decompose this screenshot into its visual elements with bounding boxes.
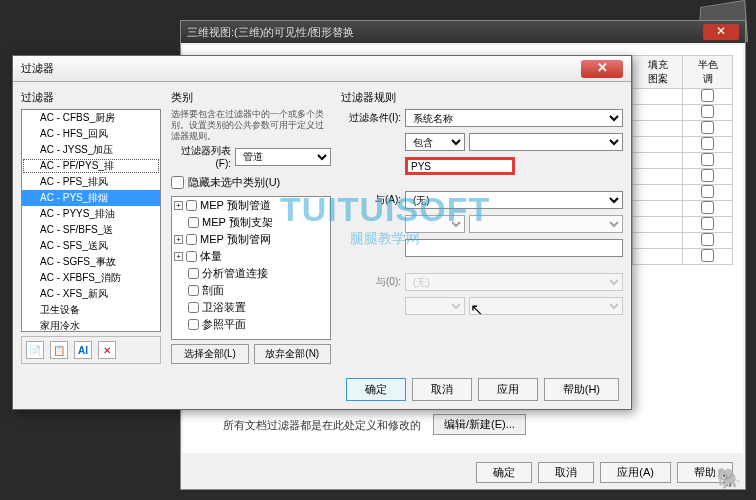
cancel-button[interactable]: 取消 bbox=[412, 378, 472, 401]
expander-icon[interactable]: + bbox=[174, 235, 183, 244]
category-checkbox[interactable] bbox=[186, 200, 197, 211]
category-tree-item[interactable]: +体量 bbox=[172, 248, 330, 265]
category-tree-item[interactable]: +MEP 预制管道 bbox=[172, 197, 330, 214]
category-tree-item[interactable]: 参照平面 bbox=[172, 316, 330, 333]
parent-close-icon[interactable]: ✕ bbox=[703, 24, 739, 40]
categories-label: 类别 bbox=[171, 90, 331, 105]
filter-list-label: 过滤器列表(F): bbox=[171, 144, 231, 169]
category-tree-item[interactable]: 剖面 bbox=[172, 282, 330, 299]
category-label: MEP 预制管道 bbox=[200, 198, 271, 213]
and2-value-dropdown bbox=[469, 297, 623, 315]
and-value-input bbox=[405, 239, 623, 257]
filter-list-item[interactable]: AC - SF/BFS_送 bbox=[22, 222, 160, 238]
filter-list-item[interactable]: AC - SGFS_事故 bbox=[22, 254, 160, 270]
filters-column: 过滤器 AC - CFBS_厨房AC - HFS_回风AC - JYSS_加压A… bbox=[21, 90, 161, 364]
halftone-check[interactable] bbox=[701, 169, 714, 182]
edit-new-button[interactable]: 编辑/新建(E)... bbox=[433, 414, 526, 435]
category-tree-item[interactable]: +MEP 预制管网 bbox=[172, 231, 330, 248]
category-tree-item[interactable]: 卫浴装置 bbox=[172, 299, 330, 316]
halftone-check[interactable] bbox=[701, 137, 714, 150]
filter-list-item[interactable]: AC - XFBFS_消防 bbox=[22, 270, 160, 286]
category-checkbox[interactable] bbox=[186, 251, 197, 262]
expander-icon[interactable]: + bbox=[174, 201, 183, 210]
apply-button[interactable]: 应用 bbox=[478, 378, 538, 401]
filter-value-dropdown[interactable] bbox=[469, 133, 623, 151]
category-label: 参照平面 bbox=[202, 317, 246, 332]
filter-list-item[interactable]: AC - XFS_新风 bbox=[22, 286, 160, 302]
elephant-logo-icon: 🐘 bbox=[716, 466, 741, 490]
hide-unchecked-label: 隐藏未选中类别(U) bbox=[188, 175, 280, 190]
halftone-check[interactable] bbox=[701, 201, 714, 214]
filter-value-input[interactable] bbox=[405, 157, 515, 175]
filter-list-item[interactable]: AC - SFS_送风 bbox=[22, 238, 160, 254]
filter-list-item[interactable]: AC - PYS_排烟 bbox=[22, 190, 160, 206]
category-tree-item[interactable]: MEP 预制支架 bbox=[172, 214, 330, 231]
filter-list-select[interactable]: 管道 bbox=[235, 148, 331, 166]
category-tree-item[interactable]: 分析管道连接 bbox=[172, 265, 330, 282]
categories-tree[interactable]: +MEP 预制管道MEP 预制支架+MEP 预制管网+体量分析管道连接剖面卫浴装… bbox=[171, 196, 331, 340]
expander-icon[interactable]: + bbox=[174, 252, 183, 261]
and-param-select[interactable]: (无) bbox=[405, 191, 623, 209]
category-label: MEP 预制管网 bbox=[200, 232, 271, 247]
category-label: MEP 预制支架 bbox=[202, 215, 273, 230]
filter-list-item[interactable]: 卫生设备 bbox=[22, 302, 160, 318]
filters-dialog: 过滤器 ✕ 过滤器 AC - CFBS_厨房AC - HFS_回风AC - JY… bbox=[12, 55, 632, 410]
category-checkbox[interactable] bbox=[188, 319, 199, 330]
and-label: 与(A): bbox=[341, 193, 401, 207]
filter-list-item[interactable]: AC - CFBS_厨房 bbox=[22, 110, 160, 126]
select-all-button[interactable]: 选择全部(L) bbox=[171, 344, 249, 364]
filter-list-item[interactable]: AC - PF/PYS_排 bbox=[22, 158, 160, 174]
dialog-title: 过滤器 bbox=[21, 61, 54, 76]
and2-label: 与(0): bbox=[341, 275, 401, 289]
halftone-check[interactable] bbox=[701, 185, 714, 198]
parent-cancel-button[interactable]: 取消 bbox=[538, 462, 594, 483]
category-checkbox[interactable] bbox=[188, 302, 199, 313]
dialog-button-bar: 确定 取消 应用 帮助(H) bbox=[13, 372, 631, 407]
help-button[interactable]: 帮助(H) bbox=[544, 378, 619, 401]
and2-operator-select bbox=[405, 297, 465, 315]
parent-hint-text: 所有文档过滤器都是在此处定义和修改的 bbox=[223, 418, 421, 433]
and2-param-select: (无) bbox=[405, 273, 623, 291]
filter-list-item[interactable]: AC - PFS_排风 bbox=[22, 174, 160, 190]
halftone-check[interactable] bbox=[701, 249, 714, 262]
parent-title: 三维视图:(三维)的可见性/图形替换 bbox=[187, 25, 354, 40]
category-checkbox[interactable] bbox=[188, 268, 199, 279]
halftone-check[interactable] bbox=[701, 105, 714, 118]
category-label: 体量 bbox=[200, 249, 222, 264]
rename-filter-icon[interactable]: AI bbox=[74, 341, 92, 359]
halftone-check[interactable] bbox=[701, 233, 714, 246]
category-checkbox[interactable] bbox=[188, 217, 199, 228]
halftone-check[interactable] bbox=[701, 121, 714, 134]
category-label: 分析管道连接 bbox=[202, 266, 268, 281]
category-checkbox[interactable] bbox=[188, 285, 199, 296]
close-icon[interactable]: ✕ bbox=[581, 60, 623, 78]
duplicate-filter-icon[interactable]: 📋 bbox=[50, 341, 68, 359]
filter-list-item[interactable]: AC - JYSS_加压 bbox=[22, 142, 160, 158]
filters-label: 过滤器 bbox=[21, 90, 161, 105]
rules-column: 过滤器规则 过滤条件(I): 系统名称 包含 与(A): (无) bbox=[341, 90, 623, 364]
filter-operator-select[interactable]: 包含 bbox=[405, 133, 465, 151]
col-fillpattern: 填充图案 bbox=[633, 56, 683, 89]
filter-list-item[interactable]: AC - PYYS_排油 bbox=[22, 206, 160, 222]
filters-toolbar: 📄 📋 AI ✕ bbox=[21, 336, 161, 364]
category-checkbox[interactable] bbox=[186, 234, 197, 245]
filters-listbox[interactable]: AC - CFBS_厨房AC - HFS_回风AC - JYSS_加压AC - … bbox=[21, 109, 161, 332]
halftone-check[interactable] bbox=[701, 89, 714, 102]
category-label: 剖面 bbox=[202, 283, 224, 298]
delete-filter-icon[interactable]: ✕ bbox=[98, 341, 116, 359]
filter-param-select[interactable]: 系统名称 bbox=[405, 109, 623, 127]
new-filter-icon[interactable]: 📄 bbox=[26, 341, 44, 359]
filter-list-item[interactable]: 家用冷水 bbox=[22, 318, 160, 332]
parent-button-bar: 确定 取消 应用(A) 帮助 bbox=[183, 457, 743, 487]
col-halftone: 半色调 bbox=[683, 56, 733, 89]
category-label: 卫浴装置 bbox=[202, 300, 246, 315]
deselect-all-button[interactable]: 放弃全部(N) bbox=[254, 344, 332, 364]
halftone-check[interactable] bbox=[701, 217, 714, 230]
categories-column: 类别 选择要包含在过滤器中的一个或多个类别。设置类别的公共参数可用于定义过滤器规… bbox=[171, 90, 331, 364]
parent-ok-button[interactable]: 确定 bbox=[476, 462, 532, 483]
hide-unchecked-checkbox[interactable] bbox=[171, 176, 184, 189]
parent-apply-button[interactable]: 应用(A) bbox=[600, 462, 671, 483]
halftone-check[interactable] bbox=[701, 153, 714, 166]
ok-button[interactable]: 确定 bbox=[346, 378, 406, 401]
filter-list-item[interactable]: AC - HFS_回风 bbox=[22, 126, 160, 142]
